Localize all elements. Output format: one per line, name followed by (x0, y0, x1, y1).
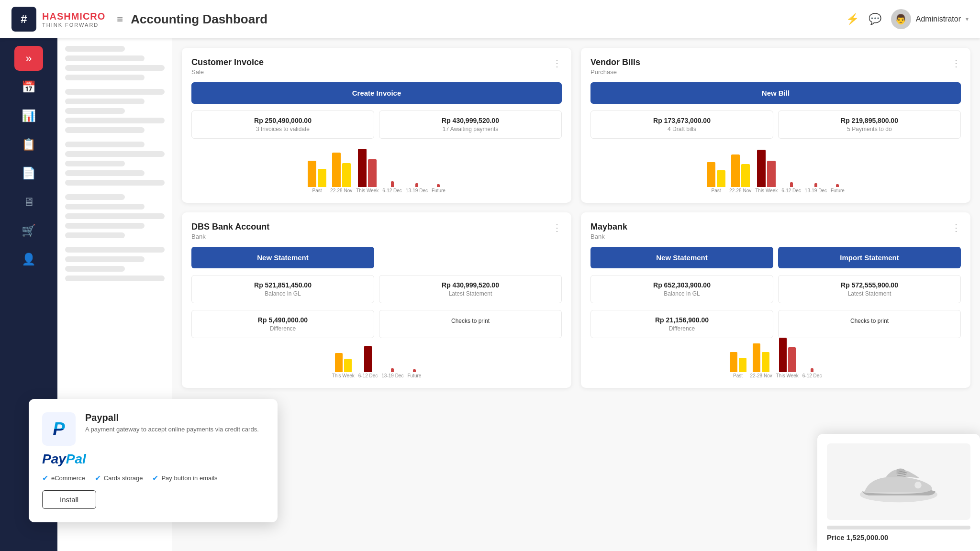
user-name: Administrator (916, 15, 961, 23)
tagline: THINK FORWARD (42, 22, 105, 28)
dbs-balance-gl-stat: Rp 521,851,450.00 Balance in GL (191, 275, 374, 303)
paypal-logo-full: PayPal (42, 452, 264, 467)
hamburger-icon[interactable]: ≡ (117, 13, 123, 25)
draft-bills-label: 4 Draft bills (597, 126, 767, 132)
paypal-popup: P Paypall A payment gateway to accept on… (29, 399, 278, 522)
maybank-menu-icon[interactable]: ⋮ (951, 222, 961, 233)
sidebar-item-dashboard[interactable]: 📊 (14, 103, 43, 128)
user-area[interactable]: 👨 Administrator ▾ (891, 9, 969, 29)
dbs-new-statement-button[interactable]: New Statement (191, 247, 374, 268)
documents-icon: 📄 (22, 166, 36, 180)
vb-chart-future: Future (831, 184, 845, 193)
product-popup: Price 1,525,000.00 (817, 434, 980, 551)
dbs-bank-menu-icon[interactable]: ⋮ (552, 222, 562, 233)
lightning-icon[interactable]: ⚡ (846, 13, 859, 25)
draft-bills-stat: Rp 173,673,000.00 4 Draft bills (590, 110, 773, 139)
new-bill-button[interactable]: New Bill (590, 82, 961, 104)
chart-group-nov: 22-28 Nov (330, 153, 352, 193)
dashboard-icon: 📊 (22, 109, 36, 122)
paypal-feature-pay-btn: ✔ Pay button in emails (152, 474, 217, 483)
maybank-title-group: Maybank Bank (590, 222, 627, 240)
dbs-difference-label: Difference (198, 325, 368, 332)
dbs-latest-label: Latest Statement (385, 290, 556, 297)
maybank-latest-label: Latest Statement (784, 290, 955, 297)
maybank-difference-label: Difference (597, 325, 767, 332)
maybank-checks-label: Checks to print (784, 318, 955, 324)
sidebar-item-ecommerce[interactable]: 🛒 (14, 218, 43, 243)
sidebar-item-profile[interactable]: 👤 (14, 247, 43, 272)
maybank-difference-amount: Rp 21,156,900.00 (597, 316, 767, 324)
logo-text: HASHMICRO THINK FORWARD (42, 11, 105, 28)
monitor-icon: 🖥 (23, 195, 34, 209)
check-icon-ecommerce: ✔ (42, 474, 48, 483)
maybank-title: Maybank (590, 222, 627, 232)
maybank-new-statement-button[interactable]: New Statement (590, 247, 773, 268)
maybank-buttons: New Statement Import Statement (590, 247, 961, 268)
dbs-bank-title: DBS Bank Account (191, 222, 269, 232)
customer-invoice-title: Customer Invoice (191, 57, 264, 67)
chart-group-612: 6-12 Dec (382, 181, 402, 193)
logo: # HASHMICRO THINK FORWARD (11, 7, 105, 32)
logo-icon: # (11, 7, 36, 32)
dbs-bank-title-group: DBS Bank Account Bank (191, 222, 269, 240)
collapse-icon: » (25, 52, 32, 65)
maybank-stats-row2: Rp 21,156,900.00 Difference Checks to pr… (590, 310, 961, 338)
vb-label-nov: 22-28 Nov (729, 188, 751, 193)
sidebar-item-collapse[interactable]: » (14, 46, 43, 71)
feature-ecommerce-label: eCommerce (51, 474, 85, 482)
sidebar-item-calendar[interactable]: 📅 (14, 75, 43, 99)
import-statement-button[interactable]: Import Statement (778, 247, 961, 268)
vb-chart-past: Past (707, 162, 725, 193)
dbs-bank-card: DBS Bank Account Bank ⋮ New Statement Rp… (182, 212, 571, 388)
sidebar-item-monitor[interactable]: 🖥 (14, 189, 43, 214)
paypal-brand: Paypall A payment gateway to accept onli… (85, 412, 259, 434)
maybank-latest-stat: Rp 572,555,900.00 Latest Statement (778, 275, 961, 303)
vb-label-612: 6-12 Dec (781, 188, 801, 193)
chart-bars-1319 (415, 183, 418, 187)
paypal-name: Paypall (85, 412, 259, 423)
vendor-bills-title-group: Vendor Bills Purchase (590, 57, 640, 76)
feature-cards-label: Cards storage (104, 474, 143, 482)
customer-invoice-menu-icon[interactable]: ⋮ (552, 57, 562, 69)
paypal-header: P Paypall A payment gateway to accept on… (42, 412, 264, 446)
bar-1 (308, 161, 316, 187)
dbs-checks-stat[interactable]: Checks to print (379, 310, 562, 338)
dbs-balance-label: Balance in GL (198, 290, 368, 297)
payments-to-do-amount: Rp 219,895,800.00 (784, 117, 955, 124)
chat-icon[interactable]: 💬 (869, 13, 881, 25)
sidebar-item-reports[interactable]: 📋 (14, 132, 43, 157)
install-button[interactable]: Install (42, 490, 96, 509)
chart-label-nov: 22-28 Nov (330, 188, 352, 193)
vb-chart-1319: 13-19 Dec (805, 183, 827, 193)
chart-label-thisweek: This Week (356, 188, 379, 193)
customer-invoice-header: Customer Invoice Sale ⋮ (191, 57, 562, 76)
payments-to-do-label: 5 Payments to do (784, 126, 955, 132)
create-invoice-button[interactable]: Create Invoice (191, 82, 562, 104)
customer-invoice-stats: Rp 250,490,000.00 3 Invoices to validate… (191, 110, 562, 139)
sidebar-item-documents[interactable]: 📄 (14, 161, 43, 186)
chart-group-1319: 13-19 Dec (406, 183, 428, 193)
maybank-header: Maybank Bank ⋮ (590, 222, 961, 240)
vb-chart-612: 6-12 Dec (781, 182, 801, 193)
maybank-balance-label: Balance in GL (597, 290, 767, 297)
paypal-feature-cards: ✔ Cards storage (95, 474, 143, 483)
vendor-bills-stats: Rp 173,673,000.00 4 Draft bills Rp 219,8… (590, 110, 961, 139)
bar-4 (342, 163, 351, 187)
product-price: Price 1,525,000.00 (827, 533, 970, 541)
chart-label-past: Past (312, 188, 322, 193)
stat-label-1: 3 Invoices to validate (198, 126, 368, 132)
vendor-bills-menu-icon[interactable]: ⋮ (951, 57, 961, 69)
maybank-chart: Past 22-28 Nov This Week 6-12 Dec (590, 345, 961, 378)
vendor-bills-card: Vendor Bills Purchase ⋮ New Bill Rp 173,… (581, 48, 970, 203)
bar-7 (391, 181, 394, 187)
check-icon-pay: ✔ (152, 474, 158, 483)
svg-point-4 (914, 482, 921, 488)
vendor-bills-subtitle: Purchase (590, 68, 640, 76)
invoices-to-validate-stat: Rp 250,490,000.00 3 Invoices to validate (191, 110, 374, 139)
vendor-bills-chart: Past 22-28 Nov This Week 6-12 Dec 13-19 … (590, 145, 961, 193)
maybank-checks-stat[interactable]: Checks to print (778, 310, 961, 338)
dbs-difference-amount: Rp 5,490,000.00 (198, 316, 368, 324)
bar-2 (318, 169, 326, 187)
dbs-difference-stat: Rp 5,490,000.00 Difference (191, 310, 374, 338)
chart-label-612: 6-12 Dec (382, 188, 402, 193)
